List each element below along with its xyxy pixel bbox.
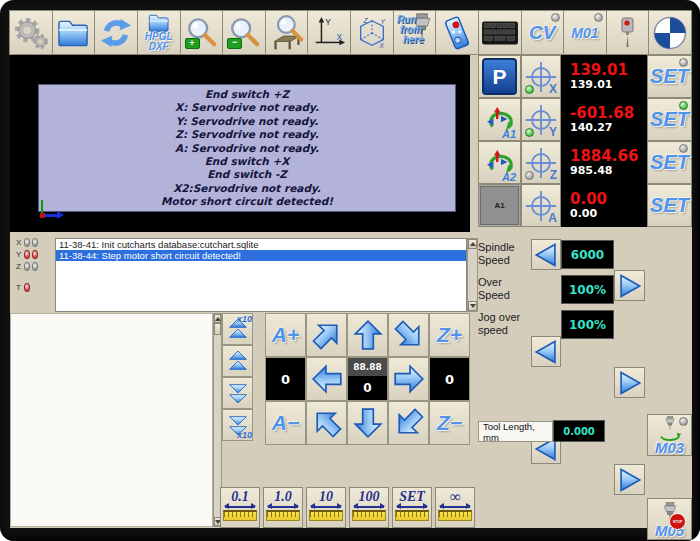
m05-spindle-stop-button[interactable]: STOP M05 (647, 498, 692, 540)
datum-button[interactable] (648, 10, 692, 55)
rotary-a1-label: A1 (502, 128, 516, 140)
m01-toggle-button[interactable]: M01 (563, 10, 607, 55)
step-up-x10-button[interactable]: x10 (222, 313, 253, 345)
set-y-button[interactable]: SET (647, 98, 692, 141)
jog-up-button[interactable] (347, 313, 388, 357)
jog-up-left-button[interactable] (306, 313, 347, 357)
arrow-left-icon (310, 362, 344, 396)
a1-disabled-button[interactable]: A1 (478, 184, 521, 227)
axis-z-display: 1884.66985.48 (561, 141, 647, 184)
zoom-in-button[interactable]: + (180, 10, 224, 55)
cv-toggle-button[interactable]: CV (521, 10, 565, 55)
view-xy-button[interactable] (307, 10, 351, 55)
spindle-speed-label: SpindleSpeed (478, 237, 532, 270)
work-value: 139.01 (570, 62, 628, 78)
probe-button[interactable] (606, 10, 650, 55)
rotary-a2-button[interactable]: A2 (478, 141, 521, 184)
open-file-button[interactable] (52, 10, 96, 55)
set-label: SET (650, 194, 689, 217)
log-scrollbar[interactable] (467, 238, 478, 312)
step-distance-bar: 0.1 1.0 10 100 SET ∞ (220, 487, 475, 528)
spindle-speed-display: 6000 (561, 240, 614, 269)
axis-z-led (525, 171, 534, 180)
range-arrow-icon (440, 506, 470, 508)
park-button[interactable]: P (478, 55, 521, 98)
m03-spindle-on-button[interactable]: M03 (647, 414, 692, 456)
ruler-icon (438, 510, 471, 521)
step-10-button[interactable]: 10 (306, 487, 346, 528)
view-3d-button[interactable] (350, 10, 394, 55)
toolbar: HPGL DXF + − Runfromhere CV M01 (10, 10, 692, 55)
scroll-up-arrow[interactable] (468, 239, 477, 249)
jog-down-right-button[interactable] (388, 401, 429, 445)
message-line: Motor short circuit detected! (39, 195, 455, 208)
over-speed-down-button[interactable] (531, 336, 561, 367)
axis-letter: A (548, 211, 557, 225)
spindle-speed-down-button[interactable] (531, 239, 561, 270)
jog-a-plus-button[interactable]: A+ (265, 313, 306, 357)
jog-over-speed-up-button[interactable] (614, 464, 645, 495)
axis-x-zero-button[interactable]: X (521, 55, 561, 98)
folder-icon (147, 14, 171, 32)
import-hpgl-dxf-button[interactable]: HPGL DXF (137, 10, 181, 55)
step-down-x10-button[interactable]: x10 (222, 409, 253, 441)
spindle-speed-up-button[interactable] (614, 270, 645, 301)
message-line: End switch +Z (39, 88, 455, 101)
step-1.0-button[interactable]: 1.0 (263, 487, 303, 528)
step-0.1-button[interactable]: 0.1 (220, 487, 260, 528)
set-y-led (679, 101, 688, 110)
jog-a-minus-button[interactable]: A− (265, 401, 306, 445)
jog-down-left-button[interactable] (306, 401, 347, 445)
a1-disabled-label: A1 (480, 186, 519, 225)
jog-feed-cell: 88.880 (347, 357, 388, 401)
keyboard-button[interactable] (478, 10, 522, 55)
scroll-down-arrow[interactable] (468, 301, 477, 311)
step-continuous-button[interactable]: ∞ (435, 487, 475, 528)
reload-button[interactable] (94, 10, 138, 55)
machine-value: 139.01 (570, 78, 612, 91)
jog-down-button[interactable] (347, 401, 388, 445)
zoom-to-table-button[interactable] (265, 10, 309, 55)
range-arrow-icon (397, 506, 427, 508)
client-area: HPGL DXF + − Runfromhere CV M01 End swit… (10, 10, 692, 528)
scroll-up-arrow[interactable] (214, 314, 221, 323)
jog-z-plus-button[interactable]: Z+ (429, 313, 470, 357)
set-z-button[interactable]: SET (647, 141, 692, 184)
jog-right-button[interactable] (388, 357, 429, 401)
over-speed-up-button[interactable] (614, 367, 645, 398)
step-up-button[interactable] (222, 345, 253, 377)
step-set-button[interactable]: SET (392, 487, 432, 528)
step-100-button[interactable]: 100 (349, 487, 389, 528)
axis-z-zero-button[interactable]: Z (521, 141, 561, 184)
tool-length-display: 0.000 (553, 420, 605, 442)
axis-y-zero-button[interactable]: Y (521, 98, 561, 141)
machine-value: 0.00 (570, 207, 597, 220)
tool-length-label: Tool Length, mm (478, 421, 553, 442)
jog-z-minus-button[interactable]: Z− (429, 401, 470, 445)
io-row-t: T (16, 283, 38, 292)
right-triangle-icon (617, 467, 643, 493)
message-line: Y: Servodrive not ready. (39, 115, 455, 128)
program-list[interactable] (10, 313, 213, 527)
settings-button[interactable] (9, 10, 53, 55)
datum-icon (652, 15, 688, 51)
rotary-a1-button[interactable]: A1 (478, 98, 521, 141)
remote-control-button[interactable] (435, 10, 479, 55)
set-x-button[interactable]: SET (647, 55, 692, 98)
jog-left-button[interactable] (306, 357, 347, 401)
set-a-button[interactable]: SET (647, 184, 692, 227)
log-entry[interactable]: 11-38-41: Init cutcharts database:cutcha… (56, 239, 466, 250)
run-from-here-button[interactable]: Runfromhere (393, 10, 437, 55)
log-entry-selected[interactable]: 11-38-44: Step motor short circuit detec… (56, 250, 466, 261)
log-list[interactable]: 11-38-41: Init cutcharts database:cutcha… (55, 238, 467, 312)
scroll-thumb[interactable] (214, 323, 221, 335)
zoom-out-button[interactable]: − (222, 10, 266, 55)
x10-label: x10 (237, 430, 252, 440)
step-down-button[interactable] (222, 377, 253, 409)
gcode-viewport[interactable]: End switch +Z X: Servodrive not ready. Y… (10, 55, 470, 232)
ruler-icon (266, 510, 299, 521)
jog-up-right-button[interactable] (388, 313, 429, 357)
jog-step-multiplier: x10 x10 (222, 313, 253, 441)
axis-a-zero-button[interactable]: A (521, 184, 561, 227)
message-line: Z: Servodrive not ready. (39, 128, 455, 141)
